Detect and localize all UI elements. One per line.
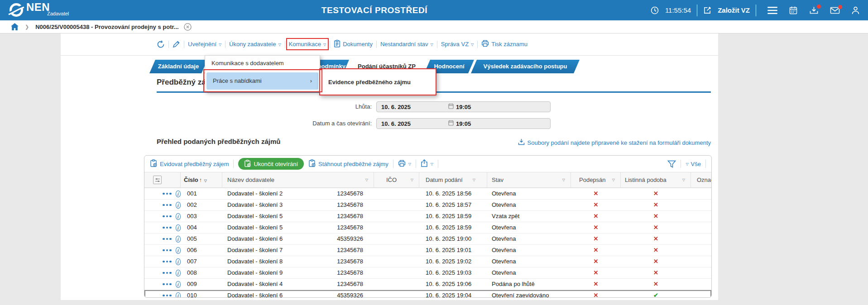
download-note-link[interactable]: Soubory podání najdete připravené ke sta… xyxy=(518,138,711,147)
table-row[interactable]: i 007 Dodavatel - školení 8 12345678 10.… xyxy=(144,256,711,267)
cell-podepsan: ✕ xyxy=(571,222,621,233)
calendar-icon[interactable] xyxy=(789,6,798,15)
hamburger-menu-icon[interactable] xyxy=(767,6,777,14)
row-info-icon[interactable]: i xyxy=(176,292,181,298)
filter-caret-icon[interactable]: ▽ xyxy=(562,172,565,187)
table-row[interactable]: i 008 Dodavatel - školení 9 12345678 10.… xyxy=(144,267,711,278)
row-menu-icon[interactable] xyxy=(163,272,172,274)
edit-record-icon[interactable] xyxy=(173,40,180,48)
stahnout-label: Stáhnout předběžné zájmy xyxy=(318,161,388,167)
cell-cislo: 005 xyxy=(181,234,222,244)
table-row[interactable]: i 006 Dodavatel - školení 7 12345678 10.… xyxy=(144,244,711,256)
profile-icon[interactable] xyxy=(851,6,860,15)
column-header-cislo[interactable]: Číslo↑▽ xyxy=(181,172,222,187)
filter-caret-icon[interactable]: ▽ xyxy=(473,172,475,187)
menu-item-tisk-zaznamu[interactable]: Tisk záznamu xyxy=(481,40,528,48)
current-time: 11:55:54 xyxy=(665,6,691,14)
submenu-panel[interactable]: Evidence předběžného zájmu xyxy=(319,68,436,95)
filter-caret-icon[interactable]: ▽ xyxy=(204,179,207,183)
row-menu-icon[interactable] xyxy=(163,295,172,297)
row-menu-icon[interactable] xyxy=(163,238,172,240)
column-header-podepsan[interactable]: Podepsán▽ xyxy=(571,172,621,187)
menu-item-ukony-zadavatele[interactable]: Úkony zadavatele ▽ xyxy=(229,41,281,48)
row-menu-icon[interactable] xyxy=(163,193,172,195)
row-info-icon[interactable]: i xyxy=(176,247,181,254)
column-header-stav[interactable]: Stav▽ xyxy=(487,172,571,187)
menu-item-label: Nestandardní stav xyxy=(380,41,428,48)
cell-oznaceno xyxy=(691,256,711,267)
menu-item-komunikace[interactable]: Komunikace ▽ xyxy=(289,41,326,48)
cell-listinna-podoba: ✕ xyxy=(621,200,691,210)
create-vz-button[interactable]: Založit VZ xyxy=(718,6,750,14)
table-row[interactable]: i 004 Dodavatel - školení 5 12345678 10.… xyxy=(144,222,711,233)
cross-icon: ✕ xyxy=(594,247,599,253)
filter-caret-icon[interactable]: ▽ xyxy=(682,172,685,187)
row-menu-icon[interactable] xyxy=(163,227,172,229)
cell-podepsan: ✕ xyxy=(571,256,621,267)
filter-caret-icon[interactable]: ▽ xyxy=(612,172,615,187)
row-info-icon[interactable]: i xyxy=(176,281,181,288)
evidovat-button[interactable]: Evidovat předběžný zájem xyxy=(150,159,229,168)
close-icon[interactable] xyxy=(184,23,192,31)
breadcrumb-item[interactable]: N006/25/V00005438 - Provozování prodejny… xyxy=(35,24,178,30)
nen-logo[interactable]: NEN Zadavatel xyxy=(8,2,69,20)
menu-item-nestandardni-stav[interactable]: Nestandardní stav ▽ xyxy=(380,41,433,48)
table-row[interactable]: i 001 Dodavatel - školení 2 12345678 10.… xyxy=(144,188,711,199)
row-info-icon[interactable]: i xyxy=(176,224,181,231)
row-menu-icon[interactable] xyxy=(163,283,172,286)
row-info-icon[interactable]: i xyxy=(176,270,181,276)
export-button[interactable]: ▽ xyxy=(421,159,433,168)
table-row[interactable]: i 009 Dodavatel - školení 4 12345678 10.… xyxy=(144,278,711,290)
row-menu-icon[interactable] xyxy=(163,204,172,206)
tab-zakladni-udaje[interactable]: Základní údaje xyxy=(149,60,207,73)
menu-item-dokumenty[interactable]: Dokumenty xyxy=(334,40,373,49)
table-row[interactable]: i 010 Dodavatel - školení 6 45359326 10.… xyxy=(144,290,711,298)
row-menu-icon[interactable] xyxy=(163,215,172,218)
datetime-field[interactable]: 10. 6. 2025 19:05 xyxy=(376,118,551,129)
column-header-nazev[interactable]: Název dodavatele▽ xyxy=(222,172,374,187)
divider xyxy=(168,41,169,48)
home-icon[interactable] xyxy=(11,23,19,30)
column-header-listinna[interactable]: Listinná podoba▽ xyxy=(621,172,691,187)
stahnout-button[interactable]: Stáhnout předběžné zájmy xyxy=(308,159,388,168)
filter-all-button[interactable]: ▽ Vše xyxy=(686,161,701,167)
filter-icon[interactable] xyxy=(667,160,676,168)
filter-caret-icon[interactable]: ▽ xyxy=(411,172,413,187)
cell-listinna-podoba: ✕ xyxy=(621,245,691,256)
table-row[interactable]: i 005 Dodavatel - školení 6 45359326 10.… xyxy=(144,233,711,244)
row-menu-icon[interactable] xyxy=(163,249,172,252)
row-info-icon[interactable]: i xyxy=(176,202,181,209)
row-info-icon[interactable]: i xyxy=(176,258,181,265)
column-header-ico[interactable]: IČO▽ xyxy=(374,172,419,187)
table-row[interactable]: i 003 Dodavatel - školení 5 12345678 10.… xyxy=(144,210,711,222)
messages-icon[interactable] xyxy=(830,6,840,14)
environment-title: TESTOVACÍ PROSTŘEDÍ xyxy=(318,0,431,20)
row-info-icon[interactable]: i xyxy=(176,213,181,220)
column-header-oznaceno[interactable]: Označeno xyxy=(691,172,711,187)
downloads-icon[interactable] xyxy=(809,6,819,15)
print-button[interactable]: ▽ xyxy=(398,160,411,168)
cell-ico: 12345678 xyxy=(374,256,419,267)
column-settings-icon[interactable] xyxy=(153,176,162,184)
tab-vysledek-zadavaciho-postupu[interactable]: Výsledek zadávacího postupu xyxy=(471,60,580,73)
cell-oznaceno xyxy=(691,279,711,290)
dropdown-item-prace-s-nabidkami[interactable]: Práce s nabídkami › xyxy=(206,72,318,90)
datetime-field[interactable]: 10. 6. 2025 19:05 xyxy=(376,101,551,112)
refresh-icon[interactable] xyxy=(157,40,165,48)
row-menu-icon[interactable] xyxy=(163,261,172,263)
row-info-icon[interactable]: i xyxy=(176,236,181,243)
cross-icon: ✕ xyxy=(653,281,658,287)
field-label: Lhůta: xyxy=(240,101,372,112)
ukoncit-button[interactable]: Ukončit otevírání xyxy=(238,158,304,170)
divider xyxy=(438,160,438,168)
menu-item-uverejneni[interactable]: Uveřejnění ▽ xyxy=(188,41,221,48)
filter-caret-icon[interactable]: ▽ xyxy=(365,172,368,187)
row-info-icon[interactable]: i xyxy=(176,191,181,197)
menu-item-sprava-vz[interactable]: Správa VZ ▽ xyxy=(441,41,474,48)
table-row[interactable]: i 002 Dodavatel - školení 3 12345678 10.… xyxy=(144,199,711,210)
dropdown-item-komunikace-s-dodavatelem[interactable]: Komunikace s dodavatelem xyxy=(205,56,320,71)
cell-podepsan: ✕ xyxy=(571,290,621,298)
filter-all-label: Vše xyxy=(691,161,701,167)
submenu-item-evidence[interactable]: Evidence předběžného zájmu xyxy=(328,79,411,86)
column-header-datum[interactable]: Datum podání▽ xyxy=(419,172,487,187)
